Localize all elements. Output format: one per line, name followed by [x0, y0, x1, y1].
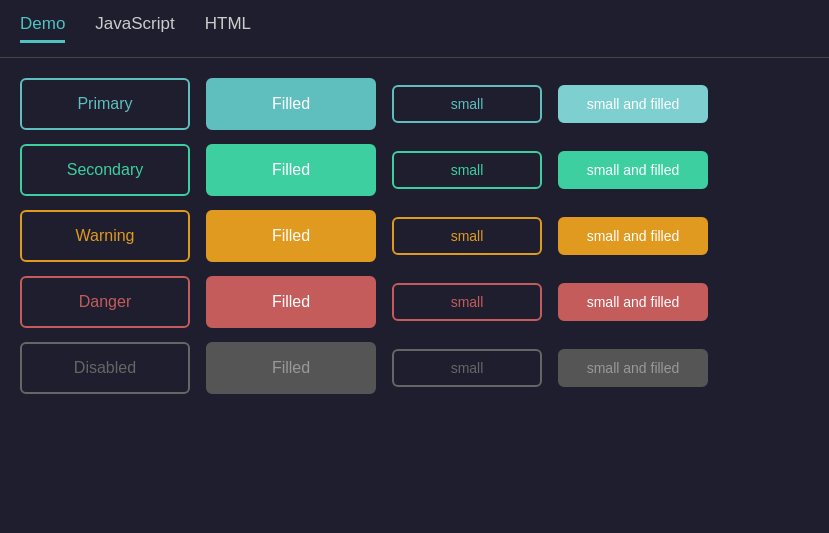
tab-javascript[interactable]: JavaScript: [95, 14, 174, 43]
primary-outline-button[interactable]: Primary: [20, 78, 190, 130]
tab-demo[interactable]: Demo: [20, 14, 65, 43]
disabled-outline-button: Disabled: [20, 342, 190, 394]
tab-bar: Demo JavaScript HTML: [0, 0, 829, 58]
warning-row: Warning Filled small small and filled: [20, 210, 809, 262]
danger-row: Danger Filled small small and filled: [20, 276, 809, 328]
danger-outline-button[interactable]: Danger: [20, 276, 190, 328]
warning-small-button[interactable]: small: [392, 217, 542, 255]
danger-small-filled-button[interactable]: small and filled: [558, 283, 708, 321]
danger-filled-button[interactable]: Filled: [206, 276, 376, 328]
disabled-filled-button: Filled: [206, 342, 376, 394]
primary-row: Primary Filled small small and filled: [20, 78, 809, 130]
warning-small-filled-button[interactable]: small and filled: [558, 217, 708, 255]
disabled-row: Disabled Filled small small and filled: [20, 342, 809, 394]
secondary-small-filled-button[interactable]: small and filled: [558, 151, 708, 189]
demo-content: Primary Filled small small and filled Se…: [0, 58, 829, 414]
secondary-filled-button[interactable]: Filled: [206, 144, 376, 196]
primary-filled-button[interactable]: Filled: [206, 78, 376, 130]
disabled-small-button: small: [392, 349, 542, 387]
tab-html[interactable]: HTML: [205, 14, 251, 43]
primary-small-filled-button[interactable]: small and filled: [558, 85, 708, 123]
warning-filled-button[interactable]: Filled: [206, 210, 376, 262]
warning-outline-button[interactable]: Warning: [20, 210, 190, 262]
primary-small-button[interactable]: small: [392, 85, 542, 123]
secondary-outline-button[interactable]: Secondary: [20, 144, 190, 196]
disabled-small-filled-button: small and filled: [558, 349, 708, 387]
danger-small-button[interactable]: small: [392, 283, 542, 321]
secondary-row: Secondary Filled small small and filled: [20, 144, 809, 196]
secondary-small-button[interactable]: small: [392, 151, 542, 189]
